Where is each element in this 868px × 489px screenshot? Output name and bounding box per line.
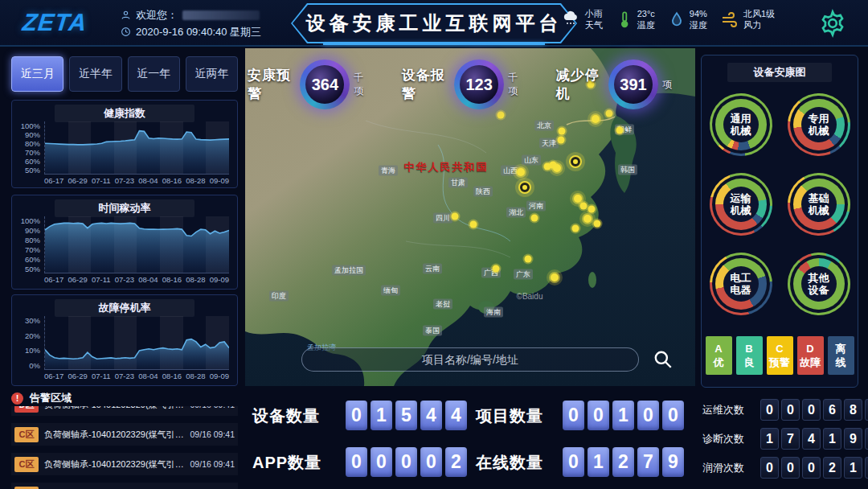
health-gauge-2: 专用机械 [788,93,850,156]
project-marker[interactable] [572,225,579,232]
project-marker[interactable] [520,183,530,192]
x-tick: 08-04 [138,372,158,382]
health-gauge-4: 基础机械 [788,173,850,236]
rain-cloud-icon [562,10,581,29]
x-tick: 06-17 [44,275,63,286]
project-marker[interactable] [571,157,580,166]
project-marker[interactable] [493,265,500,273]
map-label: 山东 [522,155,541,166]
gauges-grid: 通用机械专用机械运输机械基础机械电工电器其他设备 [702,93,858,315]
filter-2-years[interactable]: 近两年 [186,56,238,92]
x-tick: 08-04 [138,275,158,286]
online-count-digits: 01279 [563,447,684,477]
project-marker[interactable] [517,168,525,176]
thermometer-icon [616,10,633,29]
digit-box: 0 [371,447,392,477]
search-icon[interactable] [653,349,674,370]
project-marker[interactable] [583,215,592,223]
area-chart-plot [44,121,229,175]
project-marker[interactable] [588,206,596,213]
alert-list-item[interactable]: D区 负荷侧轴承-10401202329(煤气引风机电... 09/16 09:… [11,406,238,416]
digit-box: 7 [781,428,800,450]
project-marker[interactable] [616,127,624,134]
kpi-unit: 千项 [508,71,524,98]
alert-list[interactable]: D区 负荷侧轴承-10401202329(煤气引风机电... 09/16 09:… [11,406,238,489]
alert-warning-icon: ! [11,392,23,405]
x-axis: 06-1706-2907-1107-2308-0408-1608-2809-09 [44,175,229,187]
project-marker[interactable] [580,203,588,210]
digit-box: 1 [612,401,634,430]
alert-list-item[interactable]: C区 负荷侧轴承-10401202329(煤气引风机电... 09/16 09:… [11,423,238,446]
y-tick: 90% [25,130,40,139]
legend-item: B良 [736,336,763,375]
map-label: 孟加拉国 [332,265,366,276]
x-tick: 08-16 [162,176,182,187]
project-marker[interactable] [531,215,538,222]
x-tick: 07-11 [92,275,111,286]
project-marker[interactable] [558,137,565,144]
kpi-value: 364 [312,76,338,94]
settings-gear-icon[interactable] [818,9,847,38]
weather-item-humidity: 94%湿度 [668,8,707,31]
project-marker[interactable] [574,195,582,203]
project-marker[interactable] [594,220,601,228]
chart-failure-downtime: 故障停机率 30%20%10%0%06-1706-2907-1107-2308-… [11,294,238,386]
user-icon [121,10,131,20]
map-label: 广东 [514,269,533,280]
counter-digits: 000211 [760,457,868,479]
zone-badge: C区 [14,457,39,472]
filter-1-year[interactable]: 近一年 [128,56,180,92]
y-tick: 50% [25,166,40,175]
country-label: 中华人民共和国 [402,160,491,175]
weather-label: 风力 [743,19,775,31]
project-marker[interactable] [470,221,477,228]
project-marker[interactable] [525,256,532,263]
x-tick: 07-23 [115,275,134,286]
digit-box: 0 [346,447,367,477]
search-input[interactable] [301,347,639,372]
weather-value: 小雨 [585,8,603,19]
project-marker[interactable] [559,128,566,135]
map-label: 泰国 [423,326,442,336]
weather-label: 温度 [637,19,655,31]
project-marker[interactable] [553,164,561,172]
project-marker[interactable] [497,112,505,119]
project-marker[interactable] [452,213,459,220]
alert-list-item[interactable]: C区 齿轮箱输入端-10401202412(2#（2V）... 09/16 09… [11,483,238,489]
zone-badge: C区 [14,427,39,442]
digit-box: 1 [823,428,841,450]
project-marker[interactable] [551,273,559,281]
gauge-label: 基础 [809,192,829,204]
project-marker[interactable] [544,163,551,171]
area-chart-plot [44,316,229,370]
x-tick: 08-28 [186,275,205,286]
x-tick: 06-29 [68,372,87,382]
counters-block: 运维次数 000683 诊断次数 174197 润滑次数 000211 [702,399,863,486]
project-count-digits: 00100 [563,401,684,430]
counter-row-maintenance: 运维次数 000683 [702,399,863,421]
clock-icon [121,27,131,37]
alert-list-item[interactable]: C区 负荷侧轴承-10401202329(煤气引风机电... 09/16 09:… [11,453,238,475]
filter-3-months[interactable]: 近三月 [11,56,63,92]
digit-box: 2 [823,457,841,479]
app-count-label: APP数量 [252,447,321,478]
digit-box: 0 [637,401,659,430]
alert-time: 09/16 09:41 [190,429,235,439]
gauge-label: 机械 [809,125,829,137]
filter-6-months[interactable]: 近半年 [69,56,121,92]
x-tick: 06-17 [44,176,63,187]
digit-box: 6 [823,399,841,421]
digit-box: 0 [395,447,417,477]
x-tick: 09-09 [210,372,229,382]
y-tick: 60% [25,157,40,166]
y-tick: 100% [21,216,40,225]
online-count-label: 在线数量 [476,447,543,478]
counter-label: 运维次数 [702,403,760,417]
project-marker[interactable] [592,115,600,123]
y-tick: 50% [25,265,40,273]
y-tick: 30% [25,316,40,325]
alert-time: 09/16 09:41 [190,459,235,469]
gauge-label: 设备 [809,284,829,296]
y-axis: 30%20%10%0% [15,316,44,370]
weather-bar: 小雨天气 23°c温度 94%湿度 北风1级风力 [562,8,775,31]
